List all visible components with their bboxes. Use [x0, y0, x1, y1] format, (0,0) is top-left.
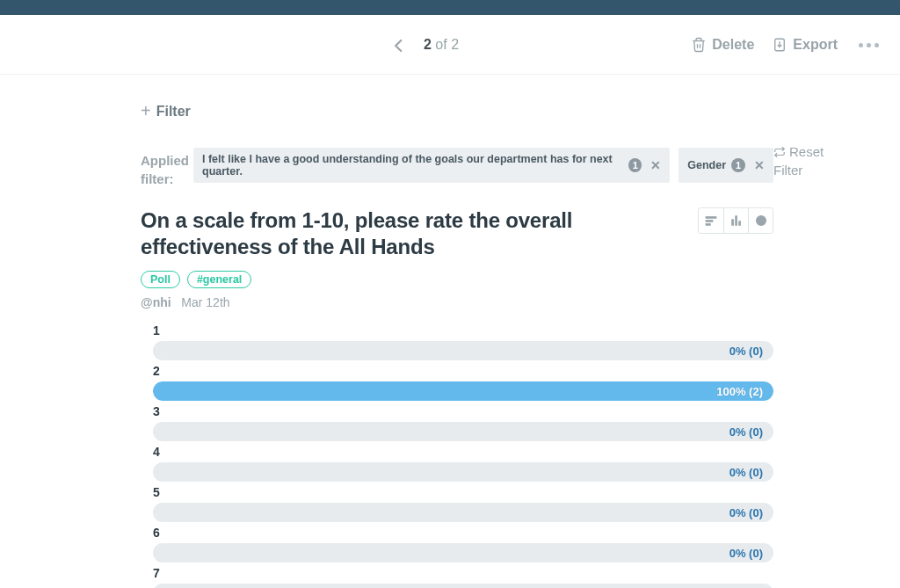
bar-category-label: 5 — [153, 485, 773, 499]
main-content: + Filter Applied filter: I felt like I h… — [141, 75, 773, 588]
trash-icon — [691, 37, 707, 53]
bar-row: 10% (0) — [141, 323, 773, 360]
bar-row: 40% (0) — [141, 445, 773, 482]
close-icon[interactable]: ✕ — [754, 158, 765, 172]
bar-fill — [153, 381, 773, 401]
bar-track: 0% (0) — [153, 543, 773, 563]
filter-pill-count: 1 — [731, 158, 745, 172]
bar-value-label: 0% (0) — [729, 543, 763, 563]
viz-option-pie[interactable] — [748, 208, 773, 233]
svg-rect-4 — [706, 223, 710, 225]
bar-value-label: 0% (0) — [729, 462, 763, 482]
bar-track: 100% (2) — [153, 381, 773, 401]
reset-label-2: Filter — [773, 161, 802, 179]
plus-icon: + — [141, 101, 151, 121]
svg-rect-2 — [706, 216, 716, 218]
vertical-bars-icon — [729, 214, 744, 228]
filter-pill[interactable]: Gender 1 ✕ — [679, 148, 773, 183]
bar-row: 50% (0) — [141, 485, 773, 522]
reset-label-1: Reset — [789, 142, 824, 161]
filter-pills: I felt like I have a good understanding … — [193, 148, 773, 183]
svg-rect-6 — [735, 216, 737, 226]
back-button[interactable] — [391, 38, 407, 54]
author-handle[interactable]: @nhi — [141, 295, 171, 309]
close-icon[interactable]: ✕ — [650, 158, 661, 172]
bar-track: 0% (0) — [153, 503, 773, 522]
page-of-word: of — [435, 37, 446, 53]
bar-row: 30% (0) — [141, 404, 773, 441]
bar-value-label: 0% (0) — [729, 503, 763, 522]
top-toolbar: 2 of 2 Delete Export — [0, 15, 900, 75]
page-current: 2 — [424, 37, 432, 53]
date-label: Mar 12th — [181, 295, 229, 309]
results-bars: 10% (0)2100% (2)30% (0)40% (0)50% (0)60%… — [141, 323, 773, 588]
bar-track: 0% (0) — [153, 462, 773, 482]
filter-pill-label: Gender — [687, 159, 726, 171]
reset-filter-button[interactable]: Reset Filter — [773, 142, 826, 179]
bar-row: 2100% (2) — [141, 364, 773, 401]
bar-track: 0% (0) — [153, 584, 773, 588]
bar-track: 0% (0) — [153, 422, 773, 441]
filter-pill-count: 1 — [628, 158, 642, 172]
bar-category-label: 1 — [153, 323, 773, 338]
bar-row: 60% (0) — [141, 526, 773, 563]
export-icon — [772, 37, 788, 53]
bar-category-label: 2 — [153, 364, 773, 378]
delete-button[interactable]: Delete — [691, 37, 754, 53]
question-title: On a scale from 1-10, please rate the ov… — [141, 207, 633, 260]
pie-chart-icon — [754, 214, 768, 228]
svg-rect-5 — [731, 220, 733, 226]
more-menu-button[interactable] — [855, 40, 882, 51]
bar-category-label: 7 — [153, 566, 773, 580]
horizontal-bars-icon — [704, 214, 718, 228]
bar-category-label: 3 — [153, 404, 773, 418]
app-header-band — [0, 0, 900, 15]
export-label: Export — [793, 37, 838, 53]
applied-filter-label: Applied filter: — [141, 148, 193, 188]
viz-option-horizontal-bars[interactable] — [699, 208, 723, 233]
visualization-toggle — [698, 207, 773, 234]
page-indicator: 2 of 2 — [424, 15, 459, 75]
filter-pill-label: I felt like I have a good understanding … — [202, 153, 623, 178]
bar-value-label: 100% (2) — [716, 381, 763, 401]
poll-badge[interactable]: Poll — [141, 271, 180, 288]
question-meta: @nhi Mar 12th — [141, 295, 773, 309]
add-filter-button[interactable]: + Filter — [141, 101, 191, 121]
delete-label: Delete — [712, 37, 754, 53]
bar-row: 70% (0) — [141, 566, 773, 588]
reset-icon — [773, 146, 786, 158]
bar-value-label: 0% (0) — [729, 584, 763, 588]
bar-value-label: 0% (0) — [729, 341, 763, 360]
filter-button-label: Filter — [156, 104, 191, 120]
bar-category-label: 4 — [153, 445, 773, 459]
svg-rect-7 — [738, 221, 740, 226]
page-total: 2 — [451, 37, 459, 53]
bar-value-label: 0% (0) — [729, 422, 763, 441]
channel-badge[interactable]: #general — [187, 271, 251, 288]
svg-rect-3 — [706, 220, 713, 221]
viz-option-vertical-bars[interactable] — [723, 208, 748, 233]
bar-category-label: 6 — [153, 526, 773, 540]
bar-track: 0% (0) — [153, 341, 773, 360]
filter-pill[interactable]: I felt like I have a good understanding … — [193, 148, 670, 183]
export-button[interactable]: Export — [772, 37, 838, 53]
